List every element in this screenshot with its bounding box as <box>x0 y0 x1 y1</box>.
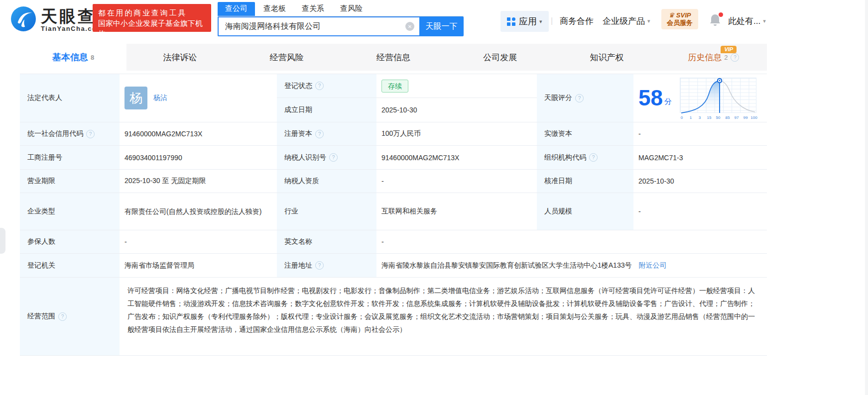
svg-text:50: 50 <box>716 115 721 120</box>
tab-history-info[interactable]: 历史信息 VIP 2 ? <box>660 44 767 71</box>
field-value-approval-date: 2025-10-30 <box>633 170 767 193</box>
field-value-reg-address: 海南省陵水黎族自治县黎安镇黎安国际教育创新试验区大学生活动中心1楼A133号 附… <box>376 254 767 278</box>
value-text: - <box>381 177 384 185</box>
slogan-line2: 国家中小企业发展子基金旗下机构 <box>98 18 206 39</box>
field-label-english-name: 英文名称 <box>277 230 376 254</box>
field-label-legal-rep: 法定代表人 <box>20 74 120 122</box>
label-text: 注册地址 <box>284 261 312 270</box>
search-input[interactable] <box>219 22 405 31</box>
value-text: 2025-10-30 <box>381 106 417 114</box>
help-icon[interactable]: ? <box>315 130 324 138</box>
label-text: 企业类型 <box>27 207 55 216</box>
field-label-approval-date: 核准日期 <box>537 170 633 193</box>
field-label-taxpayer-id: 纳税人识别号 ? <box>277 146 376 170</box>
business-scope-text: 许可经营项目：网络文化经营；广播电视节目制作经营；电视剧发行；电影发行；音像制品… <box>127 287 755 333</box>
help-icon[interactable]: ? <box>575 94 584 102</box>
svg-text:15: 15 <box>707 115 712 120</box>
help-icon[interactable]: ? <box>329 153 338 162</box>
help-icon[interactable]: ? <box>58 312 67 321</box>
help-icon[interactable]: ? <box>315 261 324 270</box>
cooperation-label: 商务合作 <box>560 15 594 27</box>
help-icon[interactable]: ? <box>315 82 324 90</box>
field-label-est-date: 成立日期 <box>277 98 376 122</box>
tianyancha-logo-icon <box>11 6 36 33</box>
apps-grid-icon <box>507 17 515 26</box>
scrollbar-track[interactable] <box>865 0 868 395</box>
field-value-business-term: 2025-10-30 至 无固定期限 <box>120 170 277 193</box>
svg-text:99: 99 <box>744 115 748 120</box>
nav-item-enterprise[interactable]: 企业级产品 ▾ <box>603 15 650 27</box>
label-text: 实缴资本 <box>544 129 572 138</box>
label-text: 参保人数 <box>27 237 55 246</box>
search-tab-boss[interactable]: 查老板 <box>256 2 293 16</box>
field-label-reg-authority: 登记机关 <box>20 254 120 278</box>
label-text: 英文名称 <box>284 237 312 246</box>
clear-search-icon[interactable]: ✕ <box>405 22 414 31</box>
chart-x-ticks: 0 1 3 15 50 85 97 99 100 <box>681 115 757 120</box>
label-text: 登记状态 <box>284 82 312 91</box>
field-label-reg-capital: 注册资本 ? <box>277 122 376 146</box>
label-text: 统一社会信用代码 <box>27 129 83 138</box>
user-account-menu[interactable]: 此处有... ▾ <box>728 15 766 27</box>
tab-basic-info[interactable]: 基本信息 8 <box>20 44 126 71</box>
search-tab-company[interactable]: 查公司 <box>218 2 255 16</box>
label-text: 营业期限 <box>27 177 55 186</box>
field-value-taxpayer-quality: - <box>376 170 537 193</box>
field-value-paid-capital: - <box>633 122 767 146</box>
field-value-credit-code: 91460000MAG2MC713X <box>120 122 277 146</box>
label-text: 行业 <box>284 207 298 216</box>
label-text: 纳税人识别号 <box>284 153 326 162</box>
field-label-taxpayer-quality: 纳税人资质 <box>277 170 376 193</box>
field-value-org-code: MAG2MC71-3 <box>633 146 767 170</box>
svg-text:97: 97 <box>735 115 739 120</box>
tab-label: 历史信息 <box>688 53 722 62</box>
notifications-bell[interactable] <box>709 13 722 27</box>
field-value-company-type: 有限责任公司(自然人投资或控股的法人独资) <box>120 193 277 230</box>
tab-company-development[interactable]: 公司发展 <box>447 44 553 71</box>
tab-count: 2 <box>724 54 728 61</box>
label-text: 经营范围 <box>27 312 55 321</box>
help-icon[interactable]: ? <box>731 53 739 62</box>
search-submit-button[interactable]: 天眼一下 <box>419 16 464 36</box>
value-text: 海南省市场监督管理局 <box>124 261 194 270</box>
label-text: 注册资本 <box>284 129 312 138</box>
tab-operation-risk[interactable]: 经营风险 <box>234 44 340 71</box>
search-tab-relation[interactable]: 查关系 <box>294 2 332 16</box>
slogan-line1: 都在用的商业查询工具 <box>98 7 206 18</box>
field-value-industry: 互联网和相关服务 <box>376 193 537 230</box>
value-text: - <box>638 207 641 215</box>
section-tab-bar: 基本信息 8 法律诉讼 经营风险 经营信息 公司发展 知识产权 历史信息 VIP… <box>20 44 767 71</box>
address-text: 海南省陵水黎族自治县黎安镇黎安国际教育创新试验区大学生活动中心1楼A133号 <box>381 261 631 270</box>
side-drawer-handle[interactable] <box>0 228 5 254</box>
nearby-companies-link[interactable]: 附近公司 <box>638 261 666 270</box>
company-basic-info-table: 法定代表人 杨 杨沾 登记状态 ? 存续 成立日期 2025-10- <box>20 74 767 356</box>
tab-operation-info[interactable]: 经营信息 <box>340 44 447 71</box>
tab-label: 基本信息 <box>52 51 88 63</box>
apps-menu[interactable]: 应用 ▾ <box>500 11 549 32</box>
field-value-english-name: - <box>376 230 767 254</box>
label-text: 工商注册号 <box>27 153 62 162</box>
slogan-banner: 都在用的商业查询工具 国家中小企业发展子基金旗下机构 <box>93 4 211 32</box>
tab-legal-litigation[interactable]: 法律诉讼 <box>126 44 233 71</box>
value-text: 2025-10-30 <box>638 177 674 185</box>
tab-intellectual-property[interactable]: 知识产权 <box>553 44 660 71</box>
caret-down-icon: ▾ <box>647 18 650 24</box>
score-distribution-chart: 0 1 3 15 50 85 97 99 100 <box>679 77 757 120</box>
svip-membership-button[interactable]: ♛ SVIP 会员服务 <box>661 9 698 29</box>
search-tab-risk[interactable]: 查风险 <box>333 2 370 16</box>
nav-divider: | <box>551 16 553 25</box>
field-value-taxpayer-id: 91460000MAG2MC713X <box>376 146 537 170</box>
help-icon[interactable]: ? <box>86 130 95 138</box>
help-icon[interactable]: ? <box>589 153 598 162</box>
tianyancha-logo[interactable]: 天眼查 TianYanCha.com <box>11 6 104 33</box>
caret-down-icon: ▾ <box>763 18 766 24</box>
label-text: 法定代表人 <box>27 94 62 102</box>
nav-item-cooperation[interactable]: 商务合作 <box>560 15 594 27</box>
legal-rep-name-link[interactable]: 杨沾 <box>153 94 167 102</box>
value-text: - <box>381 238 384 246</box>
field-label-company-type: 企业类型 <box>20 193 120 230</box>
field-value-reg-authority: 海南省市场监督管理局 <box>120 254 277 278</box>
legal-rep-avatar: 杨 <box>124 87 147 109</box>
search-module: 查公司 查老板 查关系 查风险 ✕ 天眼一下 <box>218 2 464 36</box>
field-value-reg-capital: 100万人民币 <box>376 122 537 146</box>
